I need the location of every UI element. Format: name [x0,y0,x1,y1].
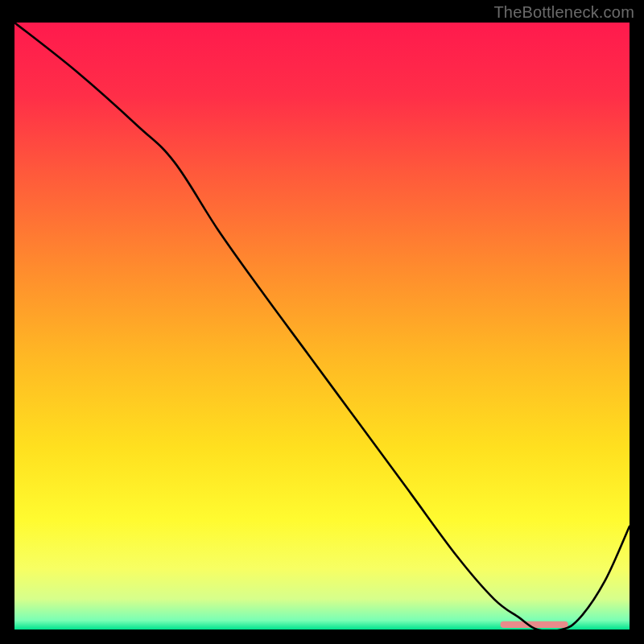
page-root: TheBottleneck.com [0,0,644,644]
chart-background [14,23,630,630]
highlight-segment-bar [501,621,568,628]
watermark-text: TheBottleneck.com [493,3,634,22]
chart-svg [14,23,630,630]
chart-plot-area [14,23,630,630]
